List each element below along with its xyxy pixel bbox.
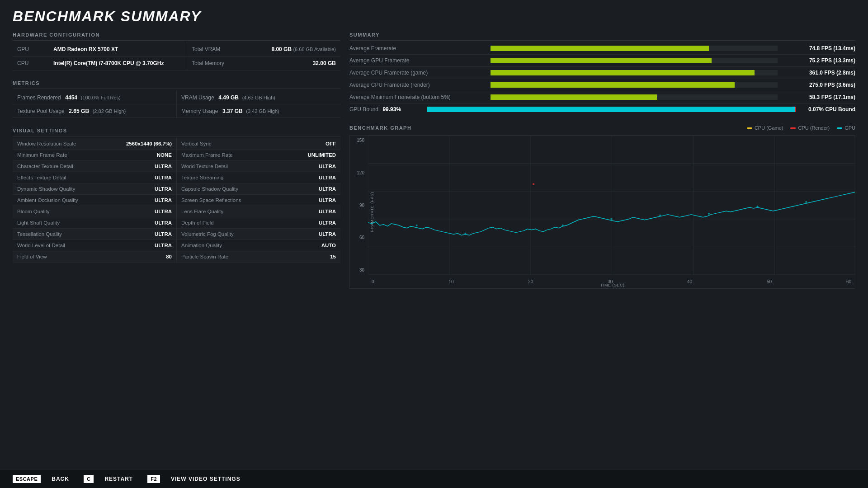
hardware-table: GPU AMD Radeon RX 5700 XT Total VRAM 8.0…: [13, 42, 340, 70]
settings-label-right: Capsule Shadow Quality: [181, 186, 238, 192]
legend-label: CPU (Render): [798, 125, 830, 131]
summary-bar-container: [491, 82, 778, 88]
settings-row: Field of View 80 Particle Spawn Rate 15: [13, 251, 340, 263]
settings-cell-left: Bloom Quality ULTRA: [13, 206, 176, 217]
legend-color: [747, 127, 752, 129]
legend-color: [790, 127, 796, 129]
x-axis-label: 0: [372, 279, 374, 284]
settings-label-right: Texture Streaming: [181, 175, 223, 180]
settings-cell-right: Depth of Field ULTRA: [177, 217, 340, 228]
settings-row: Ambient Occlusion Quality ULTRA Screen S…: [13, 195, 340, 206]
settings-value-left: ULTRA: [155, 220, 172, 225]
settings-label-right: Screen Space Reflections: [181, 197, 241, 203]
settings-row: Dynamic Shadow Quality ULTRA Capsule Sha…: [13, 183, 340, 195]
metrics-section-title: METRICS: [13, 78, 340, 89]
summary-bar: [491, 94, 657, 100]
settings-cell-left: Tessellation Quality ULTRA: [13, 229, 176, 239]
svg-point-16: [562, 225, 564, 226]
settings-label-right: Volumetric Fog Quality: [181, 231, 234, 237]
summary-item-value: 275.0 FPS (3.6ms): [783, 82, 855, 88]
summary-item-label: Average Framerate: [349, 45, 485, 52]
settings-row: Tessellation Quality ULTRA Volumetric Fo…: [13, 229, 340, 240]
settings-label-left: Minimum Frame Rate: [17, 152, 67, 158]
cpu-bound-bar: [795, 107, 796, 112]
settings-cell-right: Screen Space Reflections ULTRA: [177, 195, 340, 206]
settings-value-left: ULTRA: [155, 243, 172, 248]
summary-bar: [491, 58, 712, 63]
graph-container: FRAMERATE (FPS) 150120906030: [349, 135, 855, 289]
settings-value-left: ULTRA: [155, 209, 172, 214]
settings-row: Character Texture Detail ULTRA World Tex…: [13, 161, 340, 172]
gpu-name: AMD Radeon RX 5700 XT: [49, 42, 187, 56]
y-axis-label: 60: [354, 235, 364, 240]
summary-item: Average GPU Framerate 75.2 FPS (13.3ms): [349, 55, 855, 67]
settings-row: Light Shaft Quality ULTRA Depth of Field…: [13, 217, 340, 229]
f2-action[interactable]: VIEW VIDEO SETTINGS: [171, 476, 241, 482]
settings-row: Effects Texture Detail ULTRA Texture Str…: [13, 172, 340, 183]
settings-cell-left: Light Shaft Quality ULTRA: [13, 217, 176, 228]
y-axis-label: 90: [354, 203, 364, 208]
settings-cell-left: Effects Texture Detail ULTRA: [13, 172, 176, 183]
settings-cell-left: Minimum Frame Rate NONE: [13, 150, 176, 160]
summary-item-label: Average CPU Framerate (game): [349, 70, 485, 76]
escape-action[interactable]: BACK: [52, 476, 69, 482]
x-axis-label: 60: [846, 279, 851, 284]
y-axis-label: 30: [354, 267, 364, 272]
gpu-bound-bar-container: [427, 107, 796, 112]
settings-cell-right: Vertical Sync OFF: [177, 138, 340, 149]
gpu-row: GPU AMD Radeon RX 5700 XT Total VRAM 8.0…: [13, 42, 340, 56]
settings-value-right: ULTRA: [319, 209, 336, 214]
settings-value-right: ULTRA: [319, 220, 336, 225]
settings-label-right: Particle Spawn Rate: [181, 254, 228, 259]
memory-usage-cell: Memory Usage 3.37 GB (3.42 GB High): [176, 104, 340, 117]
settings-cell-right: Texture Streaming ULTRA: [177, 172, 340, 183]
settings-label-left: Effects Texture Detail: [17, 175, 66, 180]
graph-legend: CPU (Game) CPU (Render) GPU: [747, 125, 855, 131]
cpu-name: Intel(R) Core(TM) i7-8700K CPU @ 3.70GHz: [49, 56, 187, 70]
graph-title: BENCHMARK GRAPH: [349, 125, 411, 131]
legend-item: CPU (Game): [747, 125, 783, 131]
cpu-label: CPU: [13, 56, 49, 70]
svg-point-18: [659, 215, 661, 216]
svg-point-17: [610, 218, 612, 220]
cpu-row: CPU Intel(R) Core(TM) i7-8700K CPU @ 3.7…: [13, 56, 340, 70]
summary-title: SUMMARY: [349, 29, 855, 41]
settings-cell-left: Dynamic Shadow Quality ULTRA: [13, 183, 176, 194]
settings-label-left: Dynamic Shadow Quality: [17, 186, 75, 192]
summary-item: Average Minimum Framerate (bottom 5%) 58…: [349, 91, 855, 103]
settings-value-left: ULTRA: [155, 231, 172, 237]
summary-bar: [491, 82, 735, 88]
settings-cell-left: Field of View 80: [13, 251, 176, 262]
graph-area: [368, 136, 855, 275]
x-axis-label: 10: [448, 279, 453, 284]
summary-item-value: 75.2 FPS (13.3ms): [783, 57, 855, 64]
y-axis-label: 120: [354, 170, 364, 175]
summary-section: SUMMARY Average Framerate 74.8 FPS (13.4…: [349, 29, 855, 115]
x-axis-title: TIME (SEC): [600, 283, 625, 287]
gpu-bound-row: GPU Bound 99.93% 0.07% CPU Bound: [349, 103, 855, 115]
legend-item: CPU (Render): [790, 125, 830, 131]
settings-label-right: Maximum Frame Rate: [181, 152, 233, 158]
visual-settings-section: VISUAL SETTINGS Window Resolution Scale …: [13, 125, 340, 263]
cpu-bound-value: 0.07% CPU Bound: [801, 106, 855, 113]
settings-value-right: 15: [330, 254, 336, 259]
x-axis-label: 20: [528, 279, 533, 284]
settings-label-right: Vertical Sync: [181, 141, 211, 146]
right-panel: SUMMARY Average Framerate 74.8 FPS (13.4…: [349, 29, 855, 477]
metrics-section: METRICS Frames Rendered 4454 (100.0% Ful…: [13, 78, 340, 118]
settings-cell-right: Animation Quality AUTO: [177, 240, 340, 251]
summary-item-value: 74.8 FPS (13.4ms): [783, 45, 855, 52]
gpu-label: GPU: [13, 42, 49, 56]
settings-label-left: Ambient Occlusion Quality: [17, 197, 78, 203]
f2-key: F2: [147, 475, 160, 483]
settings-value-right: ULTRA: [319, 197, 336, 203]
frames-rendered-cell: Frames Rendered 4454 (100.0% Full Res): [13, 91, 176, 104]
settings-value-right: UNLIMITED: [307, 152, 336, 158]
settings-cell-right: Particle Spawn Rate 15: [177, 251, 340, 262]
svg-point-20: [756, 206, 758, 207]
memory-value: 32.00 GB: [250, 56, 340, 70]
settings-cell-right: Volumetric Fog Quality ULTRA: [177, 229, 340, 239]
settings-label-right: World Texture Detail: [181, 164, 228, 169]
settings-label-left: Bloom Quality: [17, 209, 50, 214]
c-action[interactable]: RESTART: [104, 476, 133, 482]
